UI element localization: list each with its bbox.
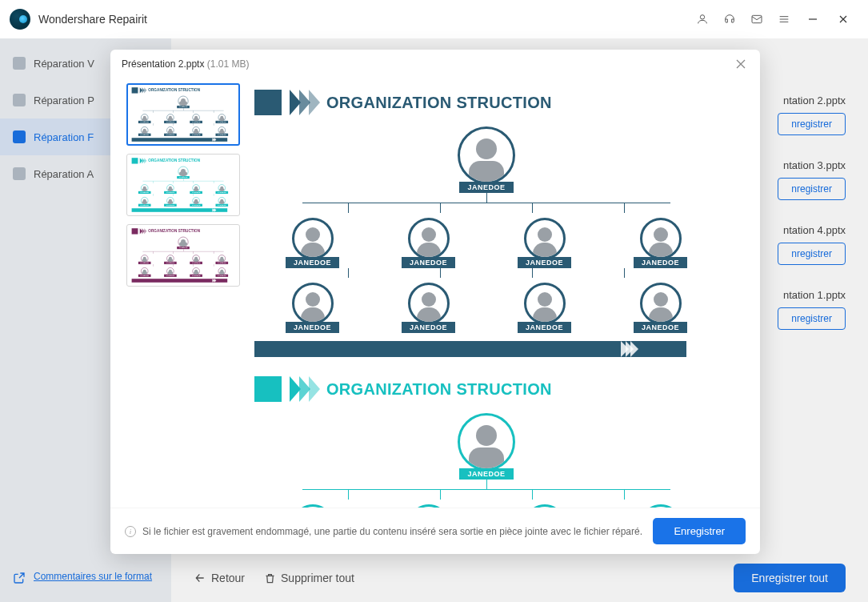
menu-icon[interactable]	[770, 6, 798, 33]
modal-filesize: (1.01 MB)	[207, 58, 250, 70]
slide: ORGANIZATION STRUCTION JANEDOE JANEDOEJA…	[254, 90, 718, 357]
slide-thumbnails: ORGANIZATION STRUCTION JANEDOE JANEDOEJA…	[120, 78, 246, 508]
modal-save-button[interactable]: Enregistrer	[653, 518, 746, 544]
modal-filename: Présentation 2.pptx	[122, 58, 204, 70]
minimize-button[interactable]	[798, 6, 828, 33]
svg-point-0	[700, 15, 704, 19]
modal-info-text: Si le fichier est gravement endommagé, u…	[142, 526, 646, 537]
app-title: Wondershare Repairit	[38, 13, 147, 26]
slide: ORGANIZATION STRUCTION JANEDOE JANEDOEJA…	[132, 228, 235, 283]
user-icon[interactable]	[689, 6, 716, 33]
slide: ORGANIZATION STRUCTION JANEDOE JANEDOEJA…	[132, 87, 235, 142]
info-icon: i	[125, 526, 136, 537]
slide: ORGANIZATION STRUCTION JANEDOE JANEDOEJA…	[254, 376, 718, 508]
titlebar: Wondershare Repairit	[0, 0, 868, 38]
slide-preview[interactable]: ORGANIZATION STRUCTION JANEDOE JANEDOEJA…	[246, 78, 754, 508]
thumbnail-3[interactable]: ORGANIZATION STRUCTION JANEDOE JANEDOEJA…	[126, 224, 240, 287]
app-logo-icon	[10, 9, 30, 30]
thumbnail-1[interactable]: ORGANIZATION STRUCTION JANEDOE JANEDOEJA…	[126, 83, 240, 146]
preview-modal: Présentation 2.pptx (1.01 MB) ORGANIZATI…	[110, 50, 760, 554]
slide: ORGANIZATION STRUCTION JANEDOE JANEDOEJA…	[132, 158, 235, 212]
modal-footer: i Si le fichier est gravement endommagé,…	[110, 508, 760, 554]
modal-header: Présentation 2.pptx (1.01 MB)	[110, 50, 760, 78]
svg-rect-1	[752, 15, 762, 22]
close-button[interactable]	[828, 6, 858, 33]
thumbnail-2[interactable]: ORGANIZATION STRUCTION JANEDOE JANEDOEJA…	[126, 154, 240, 216]
support-icon[interactable]	[716, 6, 743, 33]
modal-close-button[interactable]	[733, 56, 749, 72]
mail-icon[interactable]	[743, 6, 770, 33]
